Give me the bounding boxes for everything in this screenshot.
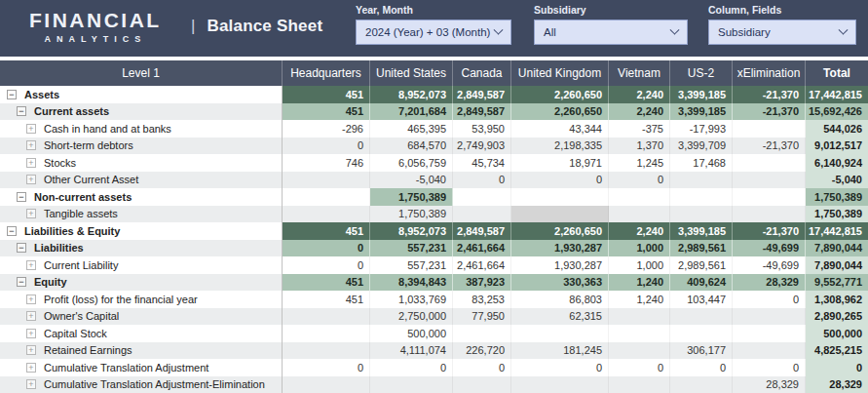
cell-xelimination[interactable]: -49,699 — [733, 256, 806, 274]
cell-canada[interactable] — [453, 206, 511, 223]
cell-united-states[interactable]: 557,231 — [370, 240, 453, 257]
cell-vietnam[interactable] — [609, 206, 670, 223]
cell-us-2[interactable] — [670, 308, 733, 326]
cell-canada[interactable]: 77,950 — [453, 308, 511, 326]
cell-headquarters[interactable] — [283, 172, 370, 189]
cell-us-2[interactable]: 3,399,185 — [670, 222, 733, 240]
cell-united-kingdom[interactable] — [511, 206, 609, 223]
cell-united-states[interactable]: -5,040 — [370, 172, 453, 189]
cell-total[interactable]: 28,329 — [806, 376, 868, 393]
collapse-icon[interactable]: − — [7, 226, 17, 236]
row-label-cell[interactable]: −Non-current assets — [0, 188, 283, 206]
cell-canada[interactable]: 0 — [453, 359, 511, 376]
cell-vietnam[interactable] — [609, 308, 670, 326]
cell-canada[interactable]: 53,950 — [453, 120, 511, 138]
cell-total[interactable]: 0 — [806, 359, 868, 376]
cell-united-kingdom[interactable]: 18,971 — [511, 154, 609, 172]
cell-total[interactable]: 9,012,517 — [806, 138, 868, 155]
cell-vietnam[interactable]: 0 — [609, 359, 670, 376]
row-label-cell[interactable]: +Capital Stock — [0, 325, 283, 342]
row-label-cell[interactable]: +Stocks — [0, 154, 283, 172]
cell-united-kingdom[interactable] — [511, 376, 609, 393]
row-label-cell[interactable]: +Cumulative Translation Adjustment-Elimi… — [0, 376, 283, 393]
cell-xelimination[interactable]: -49,699 — [733, 240, 806, 257]
cell-united-kingdom[interactable]: 86,803 — [511, 291, 609, 308]
cell-canada[interactable]: 0 — [453, 172, 511, 189]
cell-vietnam[interactable] — [609, 376, 670, 393]
cell-total[interactable]: 15,692,426 — [806, 103, 868, 121]
expand-icon[interactable]: + — [26, 329, 36, 338]
row-label-cell[interactable]: −Current assets — [0, 103, 283, 121]
cell-united-kingdom[interactable] — [511, 188, 609, 206]
row-label-cell[interactable]: +Retained Earnings — [0, 342, 283, 360]
cell-us-2[interactable]: 306,177 — [670, 342, 733, 360]
cell-united-states[interactable]: 7,201,684 — [370, 103, 453, 121]
cell-xelimination[interactable]: -21,370 — [733, 138, 806, 155]
cell-united-states[interactable]: 1,750,389 — [370, 188, 453, 206]
cell-total[interactable]: 544,026 — [806, 120, 868, 138]
cell-headquarters[interactable]: 451 — [283, 103, 370, 121]
cell-xelimination[interactable] — [733, 154, 806, 172]
cell-united-kingdom[interactable]: 1,930,287 — [511, 240, 609, 257]
cell-united-kingdom[interactable]: 181,245 — [511, 342, 609, 360]
row-label-cell[interactable]: −Equity — [0, 274, 283, 292]
cell-canada[interactable]: 2,849,587 — [453, 103, 511, 121]
filter-year-month-select[interactable]: 2024 (Year) + 03 (Month) — [356, 20, 511, 45]
cell-total[interactable]: 6,140,924 — [806, 154, 868, 172]
cell-headquarters[interactable]: -296 — [283, 120, 370, 138]
cell-headquarters[interactable]: 746 — [283, 154, 370, 172]
row-label-cell[interactable]: +Current Liability — [0, 256, 283, 274]
cell-united-states[interactable] — [370, 376, 453, 393]
cell-us-2[interactable] — [670, 172, 733, 189]
cell-united-kingdom[interactable]: 2,198,335 — [511, 138, 609, 155]
cell-united-states[interactable]: 4,111,074 — [370, 342, 453, 360]
cell-xelimination[interactable] — [733, 308, 806, 326]
expand-icon[interactable]: + — [26, 260, 36, 270]
cell-united-states[interactable]: 8,952,073 — [370, 86, 453, 103]
cell-vietnam[interactable]: 1,240 — [609, 291, 670, 308]
cell-united-kingdom[interactable]: 1,930,287 — [511, 256, 609, 274]
cell-canada[interactable]: 45,734 — [453, 154, 511, 172]
collapse-icon[interactable]: − — [17, 277, 26, 287]
cell-headquarters[interactable] — [283, 342, 370, 360]
expand-icon[interactable]: + — [26, 209, 36, 218]
cell-united-kingdom[interactable]: 0 — [511, 359, 609, 376]
cell-xelimination[interactable]: 0 — [733, 359, 806, 376]
cell-total[interactable]: 9,552,771 — [806, 274, 868, 292]
cell-total[interactable]: -5,040 — [806, 172, 868, 189]
expand-icon[interactable]: + — [26, 363, 36, 373]
cell-united-states[interactable]: 2,750,000 — [370, 308, 453, 326]
cell-us-2[interactable]: 17,468 — [670, 154, 733, 172]
cell-canada[interactable]: 83,253 — [453, 291, 511, 308]
cell-headquarters[interactable] — [283, 206, 370, 223]
row-label-cell[interactable]: +Other Current Asset — [0, 172, 283, 189]
cell-canada[interactable]: 387,923 — [453, 274, 511, 292]
row-label-cell[interactable]: +Short-term debtors — [0, 138, 283, 155]
cell-vietnam[interactable] — [609, 188, 670, 206]
cell-xelimination[interactable] — [733, 172, 806, 189]
cell-canada[interactable]: 2,461,664 — [453, 240, 511, 257]
cell-united-states[interactable]: 1,750,389 — [370, 206, 453, 223]
expand-icon[interactable]: + — [26, 295, 36, 304]
cell-total[interactable]: 17,442,815 — [806, 222, 868, 240]
cell-headquarters[interactable] — [283, 325, 370, 342]
cell-us-2[interactable] — [670, 206, 733, 223]
expand-icon[interactable]: + — [26, 124, 36, 134]
row-label-cell[interactable]: +Owner's Capital — [0, 308, 283, 326]
cell-vietnam[interactable]: 1,000 — [609, 240, 670, 257]
cell-us-2[interactable]: 2,989,561 — [670, 240, 733, 257]
collapse-icon[interactable]: − — [17, 192, 26, 202]
cell-headquarters[interactable]: 451 — [283, 291, 370, 308]
expand-icon[interactable]: + — [26, 140, 36, 150]
cell-united-states[interactable]: 1,033,769 — [370, 291, 453, 308]
cell-united-kingdom[interactable] — [511, 325, 609, 342]
cell-united-states[interactable]: 0 — [370, 359, 453, 376]
cell-xelimination[interactable]: 0 — [733, 291, 806, 308]
cell-united-kingdom[interactable]: 2,260,650 — [511, 86, 609, 103]
cell-xelimination[interactable]: -21,370 — [733, 222, 806, 240]
cell-total[interactable]: 500,000 — [806, 325, 868, 342]
cell-xelimination[interactable]: 28,329 — [733, 274, 806, 292]
expand-icon[interactable]: + — [26, 345, 36, 355]
row-label-cell[interactable]: +Profit (loss) for the financial year — [0, 291, 283, 308]
cell-us-2[interactable]: -17,993 — [670, 120, 733, 138]
